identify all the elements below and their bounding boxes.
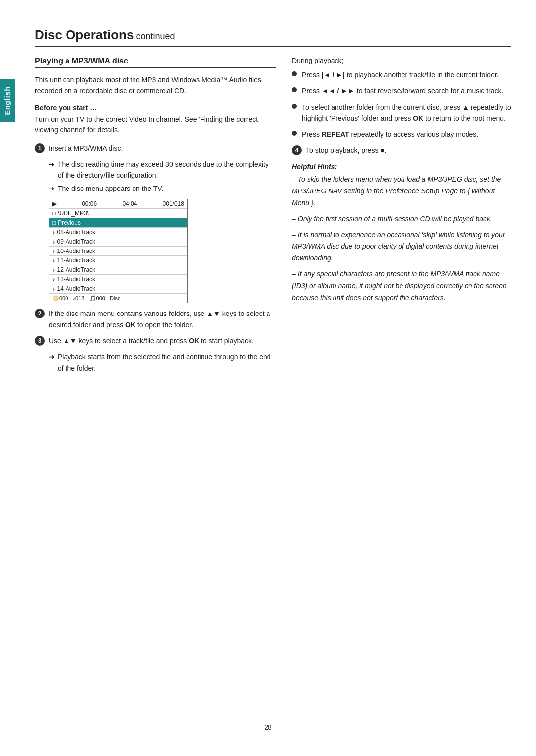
right-column: During playback; Press |◄ / ►| to playba… [292,57,511,376]
music-icon-13: ♪ [52,276,55,282]
music-icon-14: ♪ [52,286,55,292]
step-1: 1 Insert a MP3/WMA disc. [35,143,276,154]
arrow-icon-3: ➜ [49,351,55,362]
screen-row-11: ♪ 11-AudioTrack [49,256,187,265]
corner-border-tr [513,14,522,23]
page-number: 28 [264,723,272,731]
arrow-icon-2: ➜ [49,183,55,194]
step-4: 4 To stop playback, press ■. [292,145,511,156]
step-2: 2 If the disc main menu contains various… [35,308,276,330]
screen-time2: 04:04 [122,200,137,207]
screen-track-08: 08-AudioTrack [57,229,96,236]
arrow-icon-1: ➜ [49,159,55,170]
screen-row-14: ♪ 14-AudioTrack [49,284,187,294]
screen-track-12: 12-AudioTrack [57,266,96,273]
bullet-item-2: Press ◄◄ / ►► to fast reverse/forward se… [292,85,511,96]
bullet-dot-3 [292,104,297,109]
screen-row-10: ♪ 10-AudioTrack [49,247,187,256]
hint-3: – It is normal to experience an occasion… [292,229,511,264]
hint-1: – To skip the folders menu when you load… [292,174,511,209]
step-3-note-1: ➜ Playback starts from the selected file… [49,351,276,374]
screen-track-09: 09-AudioTrack [57,238,96,245]
screen-mockup: ▶ 00:06 04:04 001/018 □ \UDF_MP3\ □ Prev… [49,199,188,303]
bullet-text-3: To select another folder from the curren… [302,102,511,124]
screen-row-previous: □ Previous [49,218,187,228]
step-2-num: 2 [35,309,45,318]
left-column: Playing a MP3/WMA disc This unit can pla… [35,57,276,376]
screen-track-11: 11-AudioTrack [57,257,96,264]
corner-border-br [513,733,522,742]
title-suffix: continued [134,31,175,41]
bullet-dot-4 [292,131,297,136]
screen-track-10: 10-AudioTrack [57,248,96,254]
step-4-content: To stop playback, press ■. [306,145,511,156]
screen-track-14: 14-AudioTrack [57,285,96,292]
helpful-hints-text: – To skip the folders menu when you load… [292,174,511,304]
screen-track-13: 13-AudioTrack [57,276,96,283]
during-playback-label: During playback; [292,57,511,64]
play-icon: ▶ [52,200,57,207]
bullet-text-2: Press ◄◄ / ►► to fast reverse/forward se… [302,85,511,96]
bullet-text-4: Press REPEAT repeatedly to access variou… [302,129,511,140]
hint-2: – Only the first session of a multi-sess… [292,213,511,225]
screen-footer-row: 📀000 ♪018 🎵000 Disc [49,294,187,303]
music-icon-08: ♪ [52,229,55,235]
screen-previous-label: Previous [58,219,81,226]
screen-header-row: ▶ 00:06 04:04 001/018 [49,199,187,209]
before-start-label: Before you start … [35,104,276,112]
language-tab: English [0,79,15,122]
folder-icon: □ [52,210,56,217]
step-2-content: If the disc main menu contains various f… [49,308,276,330]
music-icon-12: ♪ [52,267,55,273]
helpful-hints-title: Helpful Hints: [292,163,511,171]
screen-path-row: □ \UDF_MP3\ [49,209,187,218]
before-start-text: Turn on your TV to the correct Video In … [35,114,276,136]
screen-row-08: ♪ 08-AudioTrack [49,228,187,237]
step-3-num: 3 [35,336,45,346]
bullet-item-4: Press REPEAT repeatedly to access variou… [292,129,511,140]
step-1-note-2: ➜ The disc menu appears on the TV. [49,183,276,194]
title-text: Disc Operations [35,27,134,42]
corner-border-tl [14,14,23,23]
step-1-note-1: ➜ The disc reading time may exceed 30 se… [49,159,276,181]
music-icon-11: ♪ [52,257,55,263]
bullet-dot-1 [292,71,297,76]
step-1-num: 1 [35,143,45,153]
bullet-dot-2 [292,87,297,92]
screen-path: \UDF_MP3\ [58,210,89,217]
screen-footer-disc: 📀000 ♪018 🎵000 Disc [52,295,120,302]
section-heading: Playing a MP3/WMA disc [35,57,276,68]
screen-time1: 00:06 [82,200,97,207]
screen-row-09: ♪ 09-AudioTrack [49,237,187,247]
intro-text: This unit can playback most of the MP3 a… [35,74,276,97]
step-3-content: Use ▲▼ keys to select a track/file and p… [49,335,276,346]
hint-4: – If any special characters are present … [292,268,511,304]
step-3: 3 Use ▲▼ keys to select a track/file and… [35,335,276,346]
bullet-item-3: To select another folder from the curren… [292,102,511,124]
music-icon-09: ♪ [52,239,55,245]
step-1-content: Insert a MP3/WMA disc. [49,143,276,154]
bullet-text-1: Press |◄ / ►| to playback another track/… [302,69,511,80]
screen-row-13: ♪ 13-AudioTrack [49,275,187,284]
screen-track: 001/018 [163,200,184,207]
screen-row-12: ♪ 12-AudioTrack [49,265,187,275]
step-4-num: 4 [292,145,302,155]
music-icon-10: ♪ [52,248,55,254]
corner-border-bl [14,733,23,742]
page-title: Disc Operations continued [35,27,511,47]
folder-icon-prev: □ [52,219,56,226]
bullet-item-1: Press |◄ / ►| to playback another track/… [292,69,511,80]
